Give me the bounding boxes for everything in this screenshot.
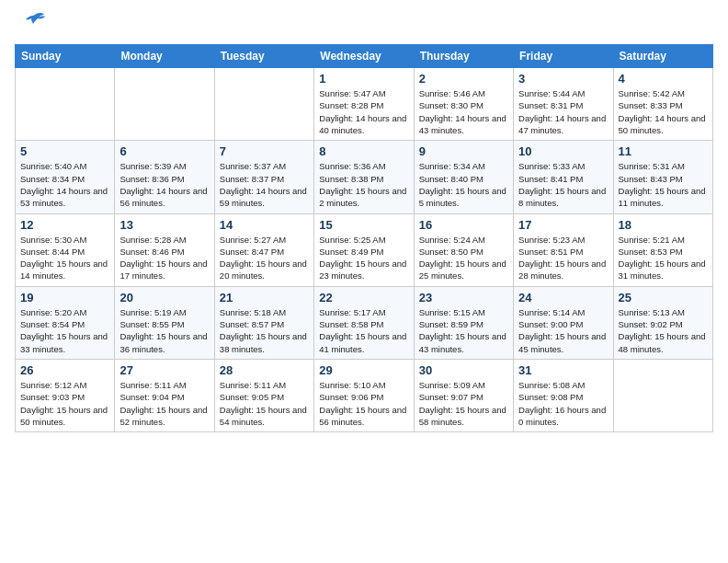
calendar-cell (115, 68, 214, 141)
day-info: Sunrise: 5:23 AMSunset: 8:51 PMDaylight:… (518, 234, 608, 282)
day-info: Sunrise: 5:28 AMSunset: 8:46 PMDaylight:… (119, 234, 209, 282)
day-number: 7 (220, 144, 309, 158)
day-number: 6 (119, 144, 209, 158)
calendar-cell: 13Sunrise: 5:28 AMSunset: 8:46 PMDayligh… (115, 213, 214, 286)
day-info: Sunrise: 5:12 AMSunset: 9:03 PMDaylight:… (20, 379, 109, 428)
calendar-cell: 21Sunrise: 5:18 AMSunset: 8:57 PMDayligh… (214, 286, 313, 359)
day-info: Sunrise: 5:14 AMSunset: 9:00 PMDaylight:… (518, 306, 608, 355)
day-info: Sunrise: 5:30 AMSunset: 8:44 PMDaylight:… (20, 234, 109, 282)
calendar-cell: 19Sunrise: 5:20 AMSunset: 8:54 PMDayligh… (16, 286, 115, 359)
day-number: 9 (419, 144, 508, 158)
day-info: Sunrise: 5:17 AMSunset: 8:58 PMDaylight:… (319, 306, 408, 355)
calendar-cell: 31Sunrise: 5:08 AMSunset: 9:08 PMDayligh… (514, 359, 613, 431)
day-info: Sunrise: 5:42 AMSunset: 8:33 PMDaylight:… (619, 87, 708, 136)
day-info: Sunrise: 5:13 AMSunset: 9:02 PMDaylight:… (619, 306, 708, 355)
day-number: 21 (220, 291, 309, 304)
day-number: 24 (518, 291, 608, 304)
calendar-cell: 5Sunrise: 5:40 AMSunset: 8:34 PMDaylight… (16, 141, 115, 213)
calendar-cell: 9Sunrise: 5:34 AMSunset: 8:40 PMDaylight… (414, 141, 513, 213)
day-number: 16 (419, 218, 508, 232)
day-number: 8 (319, 144, 408, 158)
calendar-cell: 20Sunrise: 5:19 AMSunset: 8:55 PMDayligh… (115, 286, 214, 359)
day-info: Sunrise: 5:34 AMSunset: 8:40 PMDaylight:… (419, 160, 508, 209)
day-number: 19 (20, 291, 109, 304)
weekday-header-sunday: Sunday (16, 45, 115, 68)
day-number: 10 (518, 144, 608, 158)
day-number: 31 (518, 363, 608, 377)
day-number: 22 (319, 291, 408, 304)
calendar-cell: 12Sunrise: 5:30 AMSunset: 8:44 PMDayligh… (16, 213, 115, 286)
weekday-header-saturday: Saturday (613, 45, 712, 68)
calendar-cell: 24Sunrise: 5:14 AMSunset: 9:00 PMDayligh… (514, 286, 613, 359)
day-number: 3 (518, 72, 608, 86)
day-info: Sunrise: 5:33 AMSunset: 8:41 PMDaylight:… (518, 160, 608, 209)
calendar-cell: 26Sunrise: 5:12 AMSunset: 9:03 PMDayligh… (16, 359, 115, 431)
calendar-cell (613, 359, 712, 431)
day-info: Sunrise: 5:37 AMSunset: 8:37 PMDaylight:… (220, 160, 309, 209)
calendar-cell: 3Sunrise: 5:44 AMSunset: 8:31 PMDaylight… (514, 68, 613, 141)
calendar-cell (16, 68, 115, 141)
day-info: Sunrise: 5:11 AMSunset: 9:04 PMDaylight:… (119, 379, 209, 428)
page-header (15, 15, 713, 37)
day-info: Sunrise: 5:11 AMSunset: 9:05 PMDaylight:… (220, 379, 309, 428)
calendar-cell: 23Sunrise: 5:15 AMSunset: 8:59 PMDayligh… (414, 286, 513, 359)
calendar-cell: 22Sunrise: 5:17 AMSunset: 8:58 PMDayligh… (314, 286, 414, 359)
calendar-cell: 18Sunrise: 5:21 AMSunset: 8:53 PMDayligh… (613, 213, 712, 286)
day-info: Sunrise: 5:25 AMSunset: 8:49 PMDaylight:… (319, 234, 408, 282)
day-number: 13 (119, 218, 209, 232)
day-number: 18 (619, 218, 708, 232)
calendar-cell: 6Sunrise: 5:39 AMSunset: 8:36 PMDaylight… (115, 141, 214, 213)
calendar-cell: 4Sunrise: 5:42 AMSunset: 8:33 PMDaylight… (613, 68, 712, 141)
calendar-cell: 8Sunrise: 5:36 AMSunset: 8:38 PMDaylight… (314, 141, 414, 213)
day-info: Sunrise: 5:19 AMSunset: 8:55 PMDaylight:… (119, 306, 209, 355)
calendar-cell: 14Sunrise: 5:27 AMSunset: 8:47 PMDayligh… (214, 213, 313, 286)
day-number: 17 (518, 218, 608, 232)
logo (15, 15, 46, 37)
day-info: Sunrise: 5:27 AMSunset: 8:47 PMDaylight:… (220, 234, 309, 282)
day-info: Sunrise: 5:21 AMSunset: 8:53 PMDaylight:… (619, 234, 708, 282)
day-number: 4 (619, 72, 708, 86)
day-info: Sunrise: 5:46 AMSunset: 8:30 PMDaylight:… (419, 87, 508, 136)
day-number: 14 (220, 218, 309, 232)
day-number: 2 (419, 72, 508, 86)
day-info: Sunrise: 5:39 AMSunset: 8:36 PMDaylight:… (119, 160, 209, 209)
day-number: 23 (419, 291, 508, 304)
day-info: Sunrise: 5:47 AMSunset: 8:28 PMDaylight:… (319, 87, 408, 136)
day-info: Sunrise: 5:40 AMSunset: 8:34 PMDaylight:… (20, 160, 109, 209)
logo-bird-icon (17, 11, 46, 33)
calendar-cell: 16Sunrise: 5:24 AMSunset: 8:50 PMDayligh… (414, 213, 513, 286)
day-info: Sunrise: 5:09 AMSunset: 9:07 PMDaylight:… (419, 379, 508, 428)
day-number: 29 (319, 363, 408, 377)
day-number: 26 (20, 363, 109, 377)
day-number: 1 (319, 72, 408, 86)
calendar-cell: 15Sunrise: 5:25 AMSunset: 8:49 PMDayligh… (314, 213, 414, 286)
calendar-cell: 30Sunrise: 5:09 AMSunset: 9:07 PMDayligh… (414, 359, 513, 431)
weekday-header-friday: Friday (514, 45, 613, 68)
calendar-table: SundayMondayTuesdayWednesdayThursdayFrid… (15, 44, 713, 432)
weekday-header-wednesday: Wednesday (314, 45, 414, 68)
calendar-cell: 27Sunrise: 5:11 AMSunset: 9:04 PMDayligh… (115, 359, 214, 431)
calendar-cell: 17Sunrise: 5:23 AMSunset: 8:51 PMDayligh… (514, 213, 613, 286)
day-info: Sunrise: 5:20 AMSunset: 8:54 PMDaylight:… (20, 306, 109, 355)
weekday-header-monday: Monday (115, 45, 214, 68)
calendar-cell: 7Sunrise: 5:37 AMSunset: 8:37 PMDaylight… (214, 141, 313, 213)
calendar-cell (214, 68, 313, 141)
day-number: 25 (619, 291, 708, 304)
calendar-cell: 25Sunrise: 5:13 AMSunset: 9:02 PMDayligh… (613, 286, 712, 359)
weekday-header-tuesday: Tuesday (214, 45, 313, 68)
day-number: 27 (119, 363, 209, 377)
calendar-cell: 1Sunrise: 5:47 AMSunset: 8:28 PMDaylight… (314, 68, 414, 141)
weekday-header-thursday: Thursday (414, 45, 513, 68)
day-info: Sunrise: 5:31 AMSunset: 8:43 PMDaylight:… (619, 160, 708, 209)
day-number: 30 (419, 363, 508, 377)
day-info: Sunrise: 5:10 AMSunset: 9:06 PMDaylight:… (319, 379, 408, 428)
day-number: 5 (20, 144, 109, 158)
day-info: Sunrise: 5:24 AMSunset: 8:50 PMDaylight:… (419, 234, 508, 282)
day-info: Sunrise: 5:15 AMSunset: 8:59 PMDaylight:… (419, 306, 508, 355)
calendar-cell: 29Sunrise: 5:10 AMSunset: 9:06 PMDayligh… (314, 359, 414, 431)
calendar-cell: 28Sunrise: 5:11 AMSunset: 9:05 PMDayligh… (214, 359, 313, 431)
day-info: Sunrise: 5:18 AMSunset: 8:57 PMDaylight:… (220, 306, 309, 355)
day-number: 11 (619, 144, 708, 158)
calendar-cell: 11Sunrise: 5:31 AMSunset: 8:43 PMDayligh… (613, 141, 712, 213)
day-number: 28 (220, 363, 309, 377)
